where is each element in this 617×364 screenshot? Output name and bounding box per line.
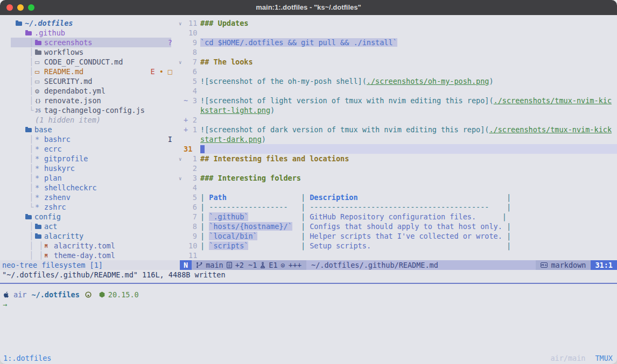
line-number: 6 <box>188 67 197 76</box>
tree-item-ecrc[interactable]: │*ecrc <box>0 144 178 154</box>
editor-line[interactable]: 6 <box>179 67 617 76</box>
tree-item-act[interactable]: │act <box>0 222 178 231</box>
tree-item-zshenv[interactable]: │*zshenv <box>0 192 178 202</box>
text-segment: | <box>358 193 511 202</box>
text-segment: | <box>200 203 209 211</box>
indent-guide: └ <box>29 202 33 212</box>
tree-item-theme-day-toml[interactable]: ││Mtheme-day.toml <box>0 251 178 260</box>
indent-guide: │ <box>29 47 33 57</box>
tmux-window-tab[interactable]: 1:.dotfiles <box>3 353 51 363</box>
tree-item-dependabot-yml[interactable]: │⚙dependabot.yml <box>0 86 178 96</box>
tree-item-label: plan <box>44 173 62 183</box>
editor-line[interactable]: 6| ------------------ | ----------------… <box>179 202 617 212</box>
editor-line[interactable]: 7| `.github` | GitHub Repository configu… <box>179 212 617 222</box>
line-number: 4 <box>188 183 197 192</box>
tree-item-1-hidden-item[interactable]: (1 hidden item) <box>0 115 178 125</box>
editor-line[interactable]: 11 <box>179 251 617 260</box>
line-text: ### Interesting folders <box>200 173 617 183</box>
git-section: main +2 ~1 E1 ⊙ +++ <box>192 260 306 270</box>
tree-item-shellcheckrc[interactable]: │*shellcheckrc <box>0 183 178 192</box>
tree-item-renovate-json[interactable]: │{}renovate.json <box>0 96 178 105</box>
tree-item-config[interactable]: config <box>0 212 178 222</box>
editor-line[interactable]: +2 <box>179 115 617 125</box>
tree-item-alacritty-toml[interactable]: ││Malacritty.toml <box>0 241 178 251</box>
tree-item-label: (1 hidden item) <box>35 115 101 125</box>
tree-item-label: dependabot.yml <box>44 86 106 96</box>
editor-line[interactable]: 10 <box>179 28 617 38</box>
status-badge: I <box>168 134 172 144</box>
text-segment: start-dark.png <box>200 135 262 144</box>
editor-line[interactable]: 4 <box>179 183 617 192</box>
editor-line[interactable]: 9`cd $HOME/.dotfiles && git pull && ./in… <box>179 38 617 47</box>
indent-guide: │ <box>29 38 33 47</box>
editor-line[interactable]: +1![screenshot of dark version of tmux w… <box>179 125 617 134</box>
fold-column <box>179 192 184 202</box>
line-number: 6 <box>188 202 197 212</box>
editor-line[interactable]: 2 <box>179 163 617 173</box>
shell-prompt: air ~/.dotfiles 20.15.0 <box>3 290 617 299</box>
editor-line[interactable]: 31 <box>179 144 617 154</box>
folder-open-icon <box>25 128 32 132</box>
maximize-button[interactable] <box>28 4 34 11</box>
text-segment: Helper scripts that I've collected or wr… <box>310 232 502 240</box>
tree-item-github[interactable]: .github <box>0 28 178 38</box>
tree-item-huskyrc[interactable]: │*huskyrc <box>0 163 178 173</box>
tree-item-plan[interactable]: │*plan <box>0 173 178 183</box>
tree-item-gitprofile[interactable]: │*gitprofile <box>0 154 178 163</box>
line-number: 11 <box>188 18 197 28</box>
tree-item-zshrc[interactable]: └*zshrc <box>0 202 178 212</box>
editor-line[interactable]: ∨7## The looks <box>179 57 617 67</box>
tree-item-tag-changelog-config-js[interactable]: └JStag-changelog-config.js <box>0 105 178 115</box>
text-segment: GitHub Repository configuration files. <box>310 212 476 221</box>
sign-column <box>184 18 188 28</box>
tree-item-security-md[interactable]: │▭SECURITY.md <box>0 76 178 86</box>
editor-line[interactable]: 9| `local/bin` | Helper scripts that I'v… <box>179 231 617 241</box>
tree-item-label: screenshots <box>44 38 92 47</box>
text-segment: `scripts` <box>209 241 248 250</box>
line-number: 11 <box>188 251 197 260</box>
text-segment: ./screenshots/tmux-nvim-kic <box>494 96 612 105</box>
editor-line[interactable]: 5![screenshot of the oh-my-posh shell](.… <box>179 76 617 86</box>
editor-line[interactable]: 8| `hosts/{hostname}/` | Configs that sh… <box>179 222 617 231</box>
fold-column <box>179 144 184 154</box>
text-segment: ## The looks <box>200 58 253 66</box>
editor-line[interactable]: 10| `scripts` | Setup scripts. | <box>179 241 617 251</box>
editor-line[interactable]: ∨1## Interesting files and locations <box>179 154 617 163</box>
tree-item-dotfiles[interactable]: ~/.dotfiles <box>0 18 178 28</box>
tree-item-code-of-conduct-md[interactable]: │▭CODE_OF_CONDUCT.md <box>0 57 178 67</box>
indent-guide: │ <box>29 76 33 86</box>
minimize-button[interactable] <box>17 4 24 11</box>
editor-line[interactable]: ∨3### Interesting folders <box>179 173 617 183</box>
editor-line[interactable]: 4 <box>179 86 617 96</box>
editor-line[interactable]: ∨11### Updates <box>179 18 617 28</box>
md-icon: ▭ <box>35 67 39 76</box>
sign-column <box>184 76 188 86</box>
fold-column <box>179 28 184 38</box>
editor-line[interactable]: 8 <box>179 47 617 57</box>
line-number: 8 <box>188 222 197 231</box>
tree-item-alacritty[interactable]: │alacritty <box>0 231 178 241</box>
folder-open-icon <box>16 22 22 26</box>
close-button[interactable] <box>6 4 13 11</box>
tree-item-base[interactable]: base <box>0 125 178 134</box>
folder-open-icon <box>25 215 32 219</box>
tree-item-label: alacritty.toml <box>54 241 115 251</box>
tree-item-workflows[interactable]: │workflows <box>0 47 178 57</box>
shell-pane[interactable]: air ~/.dotfiles 20.15.0 → <box>0 284 617 352</box>
editor-line[interactable]: 5| Path | Description | <box>179 192 617 202</box>
indent-guide: │ <box>29 241 33 251</box>
tree-item-readme-md[interactable]: │▭README.mdE•□ <box>0 67 178 76</box>
text-segment: ./screenshots/oh-my-posh.png <box>367 77 489 85</box>
indent-guide: │ <box>29 192 33 202</box>
tree-item-screenshots[interactable]: │screenshots? <box>0 38 178 47</box>
gear-icon: ⚙ <box>35 86 39 96</box>
text-segment: `local/bin` <box>209 232 257 240</box>
tmux-status-bar: 1:.dotfiles air/main TMUX <box>0 352 617 364</box>
diff-file-icon <box>227 262 232 268</box>
editor-line[interactable]: ~3![screenshot of light version of tmux … <box>179 96 617 105</box>
tree-item-bashrc[interactable]: │*bashrcI <box>0 134 178 144</box>
editor-line[interactable]: kstart-light.png) <box>179 105 617 115</box>
editor-line[interactable]: start-dark.png) <box>179 134 617 144</box>
sign-column <box>184 222 188 231</box>
line-text: `cd $HOME/.dotfiles && git pull && ./ins… <box>200 38 617 47</box>
